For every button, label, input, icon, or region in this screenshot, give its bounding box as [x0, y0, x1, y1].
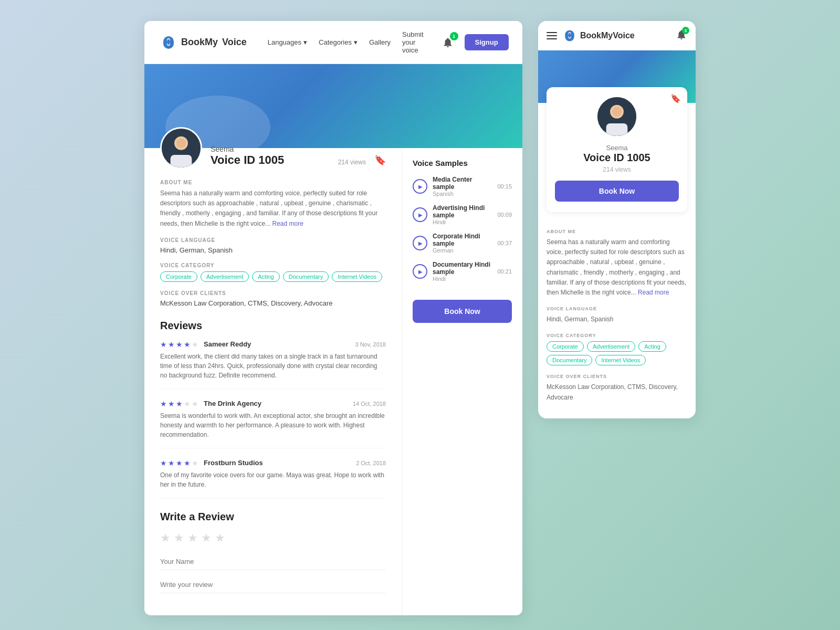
- nav-gallery[interactable]: Gallery: [369, 38, 391, 46]
- mobile-category-label: VOICE CATEGORY: [547, 333, 687, 338]
- mobile-language-text: Hindi, German, Spanish: [547, 314, 687, 324]
- rating-star-1[interactable]: ★: [160, 531, 171, 545]
- review-item-2: ★ ★ ★ ★ ★ The Drink Agency 14 Oct, 2018 …: [160, 400, 386, 448]
- mobile-tag-internet-videos[interactable]: Internet Videos: [595, 355, 646, 365]
- review-text-3: One of my favorite voice overs for our g…: [160, 470, 386, 489]
- play-btn-2[interactable]: ▶: [413, 207, 427, 222]
- mobile-notification-button[interactable]: 3: [676, 29, 687, 43]
- play-icon-2: ▶: [418, 212, 423, 218]
- rating-star-5[interactable]: ★: [215, 531, 225, 545]
- play-btn-4[interactable]: ▶: [413, 264, 427, 279]
- mobile-about-text: Seema has a naturally warm and comfortin…: [547, 237, 687, 298]
- signup-button[interactable]: Signup: [465, 34, 509, 50]
- sample-name-1: Media Center sample: [433, 176, 492, 191]
- mobile-read-more-link[interactable]: Read more: [638, 289, 669, 296]
- sample-item-4: ▶ Documentary Hindi sample Hindi 00:21: [413, 261, 512, 282]
- play-icon-4: ▶: [418, 269, 423, 275]
- profile-section: Seema Voice ID 1005 214 views 🔖 ABOUT ME…: [144, 148, 402, 615]
- svg-point-15: [612, 107, 622, 117]
- desktop-content: Seema Voice ID 1005 214 views 🔖 ABOUT ME…: [144, 148, 522, 615]
- nav-languages[interactable]: Languages ▾: [268, 38, 307, 46]
- language-label: VOICE LANGUAGE: [160, 237, 386, 243]
- sample-duration-2: 00:09: [497, 212, 512, 218]
- mobile-nav: BookMyVoice 3: [538, 21, 696, 50]
- play-btn-1[interactable]: ▶: [413, 179, 427, 194]
- desktop-logo: BookMyVoice: [160, 34, 247, 51]
- mobile-about-label: ABOUT ME: [547, 229, 687, 234]
- mobile-bookmark-icon[interactable]: 🔖: [670, 93, 681, 103]
- mobile-tag-corporate[interactable]: Corporate: [547, 341, 584, 352]
- sample-duration-4: 00:21: [497, 268, 512, 275]
- read-more-link[interactable]: Read more: [272, 220, 303, 227]
- mobile-language-label: VOICE LANGUAGE: [547, 306, 687, 311]
- reviewer-name-2: The Drink Agency: [204, 400, 261, 407]
- rating-star-2[interactable]: ★: [174, 531, 184, 545]
- mobile-tag-advertisement[interactable]: Advertisement: [587, 341, 635, 352]
- reviewer-name-input[interactable]: [160, 553, 386, 570]
- mobile-profile-name: Seema: [555, 144, 679, 152]
- about-text: Seema has a naturally warm and comfortin…: [160, 188, 386, 229]
- mobile-card: BookMyVoice 3 🔖 Seema Voice ID 1005 214 …: [538, 21, 696, 418]
- sample-item-1: ▶ Media Center sample Spanish 00:15: [413, 176, 512, 197]
- mobile-profile-id: Voice ID 1005: [555, 152, 679, 164]
- about-label: ABOUT ME: [160, 180, 386, 185]
- avatar-image: [162, 127, 201, 169]
- mobile-avatar: [596, 96, 638, 138]
- review-date-2: 14 Oct, 2018: [353, 401, 386, 407]
- write-review-title: Write a Review: [160, 511, 386, 523]
- mobile-notification-badge: 3: [682, 27, 689, 34]
- stars-1: ★ ★ ★ ★ ★: [160, 340, 198, 349]
- stars-3: ★ ★ ★ ★ ★: [160, 459, 198, 467]
- mobile-tag-documentary[interactable]: Documentary: [547, 355, 592, 365]
- sample-duration-1: 00:15: [497, 183, 512, 190]
- tag-advertisement[interactable]: Advertisement: [201, 271, 249, 282]
- avatar: [160, 127, 202, 169]
- language-text: Hindi, German, Spanish: [160, 246, 386, 254]
- tag-internet-videos[interactable]: Internet Videos: [332, 271, 382, 282]
- sample-lang-4: Hindi: [433, 276, 492, 282]
- hamburger-menu[interactable]: [547, 32, 557, 39]
- nav-categories[interactable]: Categories ▾: [319, 38, 358, 46]
- bookmark-icon[interactable]: 🔖: [374, 154, 386, 169]
- book-now-button-mobile[interactable]: Book Now: [555, 181, 679, 202]
- mobile-content: ABOUT ME Seema has a naturally warm and …: [538, 212, 696, 418]
- review-text-input[interactable]: [160, 576, 386, 593]
- reviewer-name-3: Frostburn Studios: [204, 459, 263, 467]
- tag-corporate[interactable]: Corporate: [160, 271, 197, 282]
- mobile-avatar-image: [597, 96, 636, 138]
- clients-label: VOICE OVER CLIENTS: [160, 290, 386, 296]
- svg-rect-14: [606, 123, 628, 138]
- review-text-2: Seema is wonderful to work with. An exce…: [160, 411, 386, 439]
- nav-submit-voice[interactable]: Submit your voice: [402, 30, 423, 54]
- svg-point-7: [176, 139, 186, 149]
- play-icon-3: ▶: [418, 240, 423, 246]
- sample-info-2: Advertising Hindi sample Hindi: [433, 204, 492, 225]
- tag-documentary[interactable]: Documentary: [283, 271, 329, 282]
- play-btn-3[interactable]: ▶: [413, 236, 427, 250]
- logo-text-part1: BookMy: [181, 37, 218, 48]
- sample-info-4: Documentary Hindi sample Hindi: [433, 261, 492, 282]
- sample-name-3: Corporate Hindi sample: [433, 233, 492, 247]
- rating-star-4[interactable]: ★: [201, 531, 212, 545]
- sample-lang-1: Spanish: [433, 191, 492, 197]
- mobile-clients-label: VOICE OVER CLIENTS: [547, 374, 687, 379]
- book-now-button-desktop[interactable]: Book Now: [413, 300, 512, 323]
- mobile-tags-row: Corporate Advertisement Acting Documenta…: [547, 341, 687, 365]
- review-date-1: 3 Nov, 2018: [355, 341, 386, 348]
- review-text-1: Excellent work, the client did many take…: [160, 352, 386, 380]
- mobile-clients-text: McKesson Law Corporation, CTMS, Discover…: [547, 382, 687, 402]
- mobile-logo-icon: [562, 28, 577, 43]
- tag-acting[interactable]: Acting: [252, 271, 280, 282]
- notification-button[interactable]: 1: [439, 34, 456, 51]
- mobile-tag-acting[interactable]: Acting: [638, 341, 666, 352]
- notification-badge: 1: [450, 32, 458, 40]
- reviews-title: Reviews: [160, 320, 386, 332]
- svg-rect-11: [569, 33, 571, 38]
- rating-star-3[interactable]: ★: [187, 531, 198, 545]
- profile-header: Seema Voice ID 1005 214 views 🔖: [160, 127, 386, 169]
- desktop-card: BookMyVoice Languages ▾ Categories ▾ Gal…: [144, 21, 522, 615]
- rating-stars: ★ ★ ★ ★ ★: [160, 531, 386, 545]
- desktop-nav: BookMyVoice Languages ▾ Categories ▾ Gal…: [144, 21, 522, 64]
- profile-name: Seema: [211, 145, 330, 153]
- sample-name-4: Documentary Hindi sample: [433, 261, 492, 276]
